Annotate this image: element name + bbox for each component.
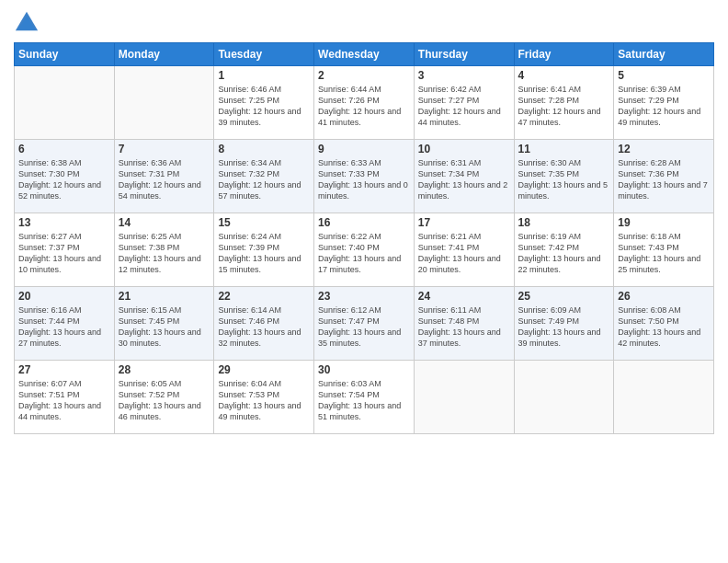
header-friday: Friday (514, 43, 614, 66)
day-info: Sunrise: 6:15 AMSunset: 7:45 PMDaylight:… (119, 304, 210, 350)
day-number: 14 (119, 216, 210, 229)
day-info: Sunrise: 6:12 AMSunset: 7:47 PMDaylight:… (318, 304, 410, 350)
calendar-cell: 20Sunrise: 6:16 AMSunset: 7:44 PMDayligh… (15, 287, 115, 361)
day-info: Sunrise: 6:30 AMSunset: 7:35 PMDaylight:… (518, 157, 610, 202)
header-wednesday: Wednesday (314, 43, 415, 66)
calendar-cell (514, 361, 614, 434)
calendar-week-row: 20Sunrise: 6:16 AMSunset: 7:44 PMDayligh… (15, 287, 714, 361)
calendar-cell: 30Sunrise: 6:03 AMSunset: 7:54 PMDayligh… (314, 361, 415, 434)
day-number: 4 (518, 69, 610, 82)
calendar-cell: 11Sunrise: 6:30 AMSunset: 7:35 PMDayligh… (514, 140, 614, 213)
calendar-cell: 5Sunrise: 6:39 AMSunset: 7:29 PMDaylight… (614, 66, 714, 140)
day-info: Sunrise: 6:33 AMSunset: 7:33 PMDaylight:… (318, 157, 410, 202)
calendar-cell: 3Sunrise: 6:42 AMSunset: 7:27 PMDaylight… (414, 66, 514, 140)
calendar-cell: 18Sunrise: 6:19 AMSunset: 7:42 PMDayligh… (514, 213, 614, 287)
day-number: 25 (518, 290, 610, 303)
calendar-cell: 12Sunrise: 6:28 AMSunset: 7:36 PMDayligh… (614, 140, 714, 213)
calendar-cell: 16Sunrise: 6:22 AMSunset: 7:40 PMDayligh… (314, 213, 415, 287)
header-monday: Monday (114, 43, 214, 66)
day-number: 24 (418, 290, 510, 303)
day-number: 9 (318, 143, 410, 155)
day-info: Sunrise: 6:22 AMSunset: 7:40 PMDaylight:… (318, 231, 410, 276)
day-info: Sunrise: 6:09 AMSunset: 7:49 PMDaylight:… (518, 304, 610, 350)
calendar-cell: 21Sunrise: 6:15 AMSunset: 7:45 PMDayligh… (114, 287, 214, 361)
day-info: Sunrise: 6:41 AMSunset: 7:28 PMDaylight:… (518, 84, 610, 129)
calendar-cell: 27Sunrise: 6:07 AMSunset: 7:51 PMDayligh… (15, 361, 115, 434)
calendar-cell: 9Sunrise: 6:33 AMSunset: 7:33 PMDaylight… (314, 140, 415, 213)
day-info: Sunrise: 6:46 AMSunset: 7:25 PMDaylight:… (218, 84, 310, 129)
calendar-cell: 10Sunrise: 6:31 AMSunset: 7:34 PMDayligh… (414, 140, 514, 213)
calendar-cell (15, 66, 115, 140)
day-info: Sunrise: 6:34 AMSunset: 7:32 PMDaylight:… (218, 157, 310, 202)
logo-icon (14, 9, 40, 35)
header-thursday: Thursday (414, 43, 514, 66)
calendar-week-row: 6Sunrise: 6:38 AMSunset: 7:30 PMDaylight… (15, 140, 714, 213)
day-number: 26 (618, 290, 710, 303)
day-info: Sunrise: 6:18 AMSunset: 7:43 PMDaylight:… (618, 231, 710, 276)
day-info: Sunrise: 6:11 AMSunset: 7:48 PMDaylight:… (418, 304, 510, 350)
day-info: Sunrise: 6:42 AMSunset: 7:27 PMDaylight:… (418, 84, 510, 129)
header-saturday: Saturday (614, 43, 714, 66)
calendar-cell: 8Sunrise: 6:34 AMSunset: 7:32 PMDaylight… (214, 140, 314, 213)
day-number: 16 (318, 216, 410, 229)
calendar-cell: 26Sunrise: 6:08 AMSunset: 7:50 PMDayligh… (614, 287, 714, 361)
calendar-header-row: SundayMondayTuesdayWednesdayThursdayFrid… (15, 43, 714, 66)
calendar-cell (114, 66, 214, 140)
day-number: 20 (18, 290, 110, 303)
day-info: Sunrise: 6:24 AMSunset: 7:39 PMDaylight:… (218, 231, 310, 276)
day-info: Sunrise: 6:07 AMSunset: 7:51 PMDaylight:… (18, 378, 110, 423)
day-number: 3 (418, 69, 510, 82)
calendar-cell (414, 361, 514, 434)
day-info: Sunrise: 6:39 AMSunset: 7:29 PMDaylight:… (618, 84, 710, 129)
calendar-table: SundayMondayTuesdayWednesdayThursdayFrid… (14, 42, 714, 434)
day-number: 23 (318, 290, 410, 303)
day-info: Sunrise: 6:04 AMSunset: 7:53 PMDaylight:… (218, 378, 310, 423)
calendar-cell: 17Sunrise: 6:21 AMSunset: 7:41 PMDayligh… (414, 213, 514, 287)
calendar-cell: 24Sunrise: 6:11 AMSunset: 7:48 PMDayligh… (414, 287, 514, 361)
day-number: 1 (218, 69, 310, 82)
calendar-cell: 15Sunrise: 6:24 AMSunset: 7:39 PMDayligh… (214, 213, 314, 287)
calendar-cell: 29Sunrise: 6:04 AMSunset: 7:53 PMDayligh… (214, 361, 314, 434)
day-number: 21 (119, 290, 210, 303)
header (14, 9, 714, 35)
day-info: Sunrise: 6:05 AMSunset: 7:52 PMDaylight:… (119, 378, 210, 423)
calendar-cell: 22Sunrise: 6:14 AMSunset: 7:46 PMDayligh… (214, 287, 314, 361)
day-number: 28 (119, 363, 210, 376)
calendar-cell: 2Sunrise: 6:44 AMSunset: 7:26 PMDaylight… (314, 66, 415, 140)
calendar-cell: 25Sunrise: 6:09 AMSunset: 7:49 PMDayligh… (514, 287, 614, 361)
day-number: 13 (18, 216, 110, 229)
day-number: 22 (218, 290, 310, 303)
day-info: Sunrise: 6:14 AMSunset: 7:46 PMDaylight:… (218, 304, 310, 350)
day-info: Sunrise: 6:21 AMSunset: 7:41 PMDaylight:… (418, 231, 510, 276)
day-number: 12 (618, 143, 710, 155)
calendar-cell: 28Sunrise: 6:05 AMSunset: 7:52 PMDayligh… (114, 361, 214, 434)
calendar-cell (614, 361, 714, 434)
day-info: Sunrise: 6:03 AMSunset: 7:54 PMDaylight:… (318, 378, 410, 423)
day-number: 8 (218, 143, 310, 155)
day-number: 2 (318, 69, 410, 82)
calendar-week-row: 27Sunrise: 6:07 AMSunset: 7:51 PMDayligh… (15, 361, 714, 434)
logo (14, 9, 43, 35)
calendar-cell: 4Sunrise: 6:41 AMSunset: 7:28 PMDaylight… (514, 66, 614, 140)
day-number: 18 (518, 216, 610, 229)
day-info: Sunrise: 6:16 AMSunset: 7:44 PMDaylight:… (18, 304, 110, 350)
calendar-cell: 1Sunrise: 6:46 AMSunset: 7:25 PMDaylight… (214, 66, 314, 140)
day-info: Sunrise: 6:38 AMSunset: 7:30 PMDaylight:… (18, 157, 110, 202)
calendar-cell: 19Sunrise: 6:18 AMSunset: 7:43 PMDayligh… (614, 213, 714, 287)
day-info: Sunrise: 6:25 AMSunset: 7:38 PMDaylight:… (119, 231, 210, 276)
day-number: 5 (618, 69, 710, 82)
day-number: 30 (318, 363, 410, 376)
day-number: 27 (18, 363, 110, 376)
day-number: 17 (418, 216, 510, 229)
day-number: 7 (119, 143, 210, 155)
calendar-cell: 7Sunrise: 6:36 AMSunset: 7:31 PMDaylight… (114, 140, 214, 213)
calendar-cell: 6Sunrise: 6:38 AMSunset: 7:30 PMDaylight… (15, 140, 115, 213)
calendar-cell: 23Sunrise: 6:12 AMSunset: 7:47 PMDayligh… (314, 287, 415, 361)
day-number: 29 (218, 363, 310, 376)
calendar-week-row: 13Sunrise: 6:27 AMSunset: 7:37 PMDayligh… (15, 213, 714, 287)
day-info: Sunrise: 6:31 AMSunset: 7:34 PMDaylight:… (418, 157, 510, 202)
day-info: Sunrise: 6:44 AMSunset: 7:26 PMDaylight:… (318, 84, 410, 129)
day-number: 10 (418, 143, 510, 155)
page: SundayMondayTuesdayWednesdayThursdayFrid… (0, 0, 728, 563)
calendar-week-row: 1Sunrise: 6:46 AMSunset: 7:25 PMDaylight… (15, 66, 714, 140)
